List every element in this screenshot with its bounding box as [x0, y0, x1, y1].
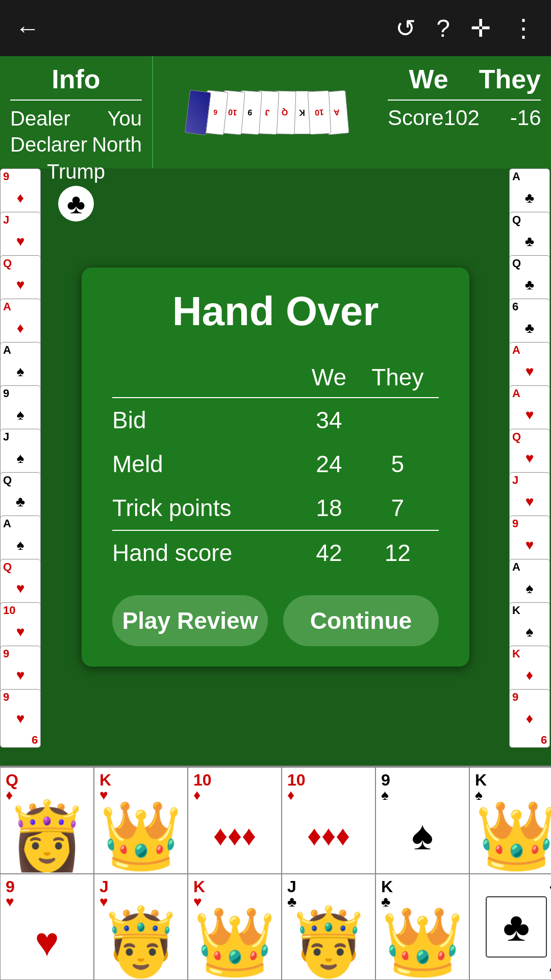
undo-button[interactable]: ↺ [395, 14, 416, 42]
back-button[interactable]: ← [15, 14, 40, 42]
we-col-header: We [302, 355, 357, 398]
hand-card-j-clubs[interactable]: J ♣ 🤴 [282, 874, 375, 981]
dealer-label: Dealer [10, 107, 70, 130]
meld-label: Meld [112, 442, 302, 486]
declarer-value: North [92, 133, 142, 156]
continue-button[interactable]: Continue [283, 595, 439, 646]
info-section: Info Dealer You Declarer North Trump ♣ A… [0, 56, 551, 168]
they-label: They [479, 64, 541, 94]
they-col-header: They [357, 355, 439, 398]
hand-score-they: 12 [357, 530, 439, 575]
table-col-label [112, 355, 302, 398]
meld-we: 24 [302, 442, 357, 486]
help-button[interactable]: ? [436, 14, 450, 42]
hand-score-we: 42 [302, 530, 357, 575]
hand-card-k-spades[interactable]: K ♠ 👑 [469, 767, 551, 874]
meld-row: Meld 24 5 [112, 442, 439, 486]
declarer-row: Declarer North [10, 132, 142, 158]
wreath-icon: ♣ [486, 896, 547, 958]
hand-card-j-hearts[interactable]: J ♥ 🤴 [94, 874, 188, 981]
hand-card-k-hearts[interactable]: K ♥ 👑 [94, 767, 188, 874]
we-label: We [409, 64, 448, 94]
hand-card-a-clubs-back[interactable]: ♣ A ♣ [469, 874, 551, 981]
card-fan-area: A 10 K Q J 9 10 6 [153, 56, 378, 168]
table-header-row: We They [112, 355, 439, 398]
info-title: Info [10, 64, 142, 101]
main-game-area: Hand Over We They Bid 34 Meld 24 5 Trick… [0, 168, 551, 766]
hand-card-9-hearts[interactable]: 9 ♥ ♥ [0, 874, 94, 981]
meld-they: 5 [357, 442, 439, 486]
hand-card-k-clubs[interactable]: K ♣ 👑 [375, 874, 469, 981]
score-label: Score [388, 106, 444, 130]
trick-we: 18 [302, 486, 357, 530]
hand-card-10-diamonds-2[interactable]: 10 ♦ ♦♦♦ [282, 767, 375, 874]
hand-over-table: We They Bid 34 Meld 24 5 Trick points 18… [112, 355, 439, 575]
trick-they: 7 [357, 486, 439, 530]
hand-card-q-diamonds[interactable]: Q ♦ 👸 [0, 767, 94, 874]
hand-score-label: Hand score [112, 530, 302, 575]
score-row: Score 102 -16 [388, 106, 541, 130]
score-we-value: 102 [444, 106, 480, 130]
more-button[interactable]: ⋮ [511, 14, 536, 42]
dealer-row: Dealer You [10, 106, 142, 132]
hand-card-10-diamonds-1[interactable]: 10 ♦ ♦♦♦ [188, 767, 282, 874]
trick-row: Trick points 18 7 [112, 486, 439, 530]
bid-they [357, 398, 439, 442]
declarer-label: Declarer [10, 133, 87, 156]
bottom-hand: Q ♦ 👸 K ♥ 👑 10 ♦ ♦♦♦ 10 ♦ ♦♦♦ 9 ♠ ♠ K ♠ … [0, 766, 551, 980]
action-buttons: Play Review Continue [112, 595, 439, 646]
dealer-value: You [108, 107, 142, 130]
score-header: We They [388, 64, 541, 101]
bid-label: Bid [112, 398, 302, 442]
bid-we: 34 [302, 398, 357, 442]
bid-row: Bid 34 [112, 398, 439, 442]
hand-over-panel: Hand Over We They Bid 34 Meld 24 5 Trick… [82, 267, 469, 667]
add-button[interactable]: ✛ [470, 14, 491, 42]
info-left-panel: Info Dealer You Declarer North Trump ♣ [0, 56, 153, 168]
hand-card-9-spades[interactable]: 9 ♠ ♠ [375, 767, 469, 874]
hand-over-title: Hand Over [112, 288, 439, 335]
hand-card-k-hearts-2[interactable]: K ♥ 👑 [188, 874, 282, 981]
top-bar: ← ↺ ? ✛ ⋮ [0, 0, 551, 56]
score-they-value: -16 [510, 106, 541, 130]
score-panel: We They Score 102 -16 [378, 56, 551, 168]
trick-label: Trick points [112, 486, 302, 530]
play-review-button[interactable]: Play Review [112, 595, 268, 646]
hand-score-row: Hand score 42 12 [112, 530, 439, 575]
